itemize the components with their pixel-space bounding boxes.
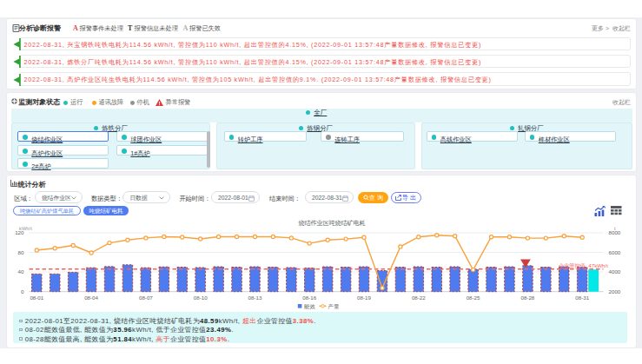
svg-text:08-01: 08-01 <box>30 295 43 301</box>
svg-text:4000: 4000 <box>609 268 621 275</box>
svg-text:08-10: 08-10 <box>194 295 208 301</box>
svg-text:0: 0 <box>21 288 24 295</box>
svg-text:08-04: 08-04 <box>84 295 98 301</box>
svg-text:08-22: 08-22 <box>412 295 426 301</box>
svg-text:40: 40 <box>18 268 24 275</box>
svg-text:产量: 产量 <box>328 303 340 309</box>
svg-text:6000: 6000 <box>609 249 621 255</box>
svg-text:8000: 8000 <box>609 229 621 235</box>
svg-text:08-25: 08-25 <box>467 295 480 301</box>
svg-text:08-16: 08-16 <box>302 295 316 301</box>
svg-text:08-31: 08-31 <box>575 295 589 301</box>
svg-text:08-19: 08-19 <box>357 295 371 301</box>
svg-text:08-13: 08-13 <box>248 295 262 301</box>
svg-text:企业管控值: 47kWh/t: 企业管控值: 47kWh/t <box>559 262 608 269</box>
svg-text:08-07: 08-07 <box>139 295 153 301</box>
svg-text:能效: 能效 <box>304 303 315 310</box>
svg-text:烧结作业区吨烧结矿电耗: 烧结作业区吨烧结矿电耗 <box>299 220 366 227</box>
svg-text:08-28: 08-28 <box>520 295 534 301</box>
svg-text:80: 80 <box>18 249 24 255</box>
svg-text:120: 120 <box>15 229 24 235</box>
svg-text:2000: 2000 <box>609 288 621 295</box>
